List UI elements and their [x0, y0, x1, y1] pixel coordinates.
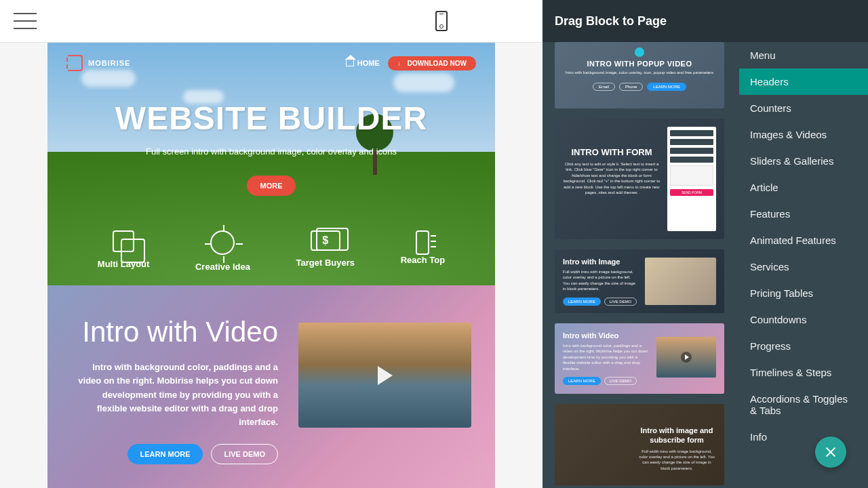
feature-reach-top[interactable]: Reach Top: [401, 230, 446, 272]
hero-subtitle[interactable]: Full screen intro with background image,…: [66, 146, 476, 157]
thumb-intro-popup-video[interactable]: INTRO WITH POPUP VIDEO Intro with backgr…: [555, 42, 724, 108]
badge-icon: [635, 47, 644, 57]
money-icon: [311, 230, 340, 251]
video-thumbnail[interactable]: [298, 323, 471, 428]
category-images-videos[interactable]: Images & Videos: [739, 121, 868, 148]
sun-icon: [210, 230, 235, 255]
play-icon: [378, 366, 393, 385]
hero-title[interactable]: WEBSITE BUILDER: [66, 100, 476, 137]
hamburger-menu-icon[interactable]: [14, 13, 37, 29]
feature-target-buyers[interactable]: Target Buyers: [296, 230, 355, 272]
close-panel-button[interactable]: [815, 436, 846, 468]
download-icon: [397, 60, 404, 66]
thumb-intro-form[interactable]: INTRO WITH FORM Click any text to edit o…: [555, 119, 724, 239]
category-animated-features[interactable]: Animated Features: [739, 227, 868, 253]
form-preview: SEND FORM: [667, 127, 716, 231]
intro-video-block[interactable]: Intro with Video Intro with background c…: [47, 285, 495, 488]
learn-more-button[interactable]: LEARN MORE: [127, 444, 203, 464]
panel-header: Drag Block to Page: [542, 0, 868, 42]
feature-multi-layout[interactable]: Multi Layout: [98, 230, 150, 272]
page-canvas[interactable]: MOBIRISE HOME DOWNLOAD NOW WEBSITE BUILD…: [0, 43, 542, 488]
block-thumbnails-list[interactable]: INTRO WITH POPUP VIDEO Intro with backgr…: [542, 42, 739, 488]
category-info[interactable]: Info: [739, 424, 868, 450]
panel-title: Drag Block to Page: [555, 14, 667, 28]
category-headers[interactable]: Headers: [739, 68, 868, 95]
editor-main: MOBIRISE HOME DOWNLOAD NOW WEBSITE BUILD…: [0, 0, 542, 488]
mobile-device-icon[interactable]: [435, 11, 448, 31]
block2-title[interactable]: Intro with Video: [71, 316, 278, 348]
topbar: [0, 0, 542, 43]
feature-creative-idea[interactable]: Creative Idea: [195, 230, 250, 272]
category-accordions-toggles-tabs[interactable]: Accordions & Toggles & Tabs: [739, 386, 868, 424]
block2-desc[interactable]: Intro with background color, paddings an…: [71, 361, 278, 429]
layout-icon: [113, 230, 134, 252]
play-icon: [681, 352, 692, 363]
brand-text: MOBIRISE: [88, 59, 130, 67]
image-preview: [645, 258, 716, 305]
category-counters[interactable]: Counters: [739, 95, 868, 121]
thumb-intro-image[interactable]: Intro with Image Full width intro with i…: [555, 249, 724, 313]
features-row: Multi Layout Creative Idea Target Buyers…: [47, 230, 495, 272]
category-list[interactable]: MenuHeadersCountersImages & VideosSlider…: [739, 42, 868, 488]
category-article[interactable]: Article: [739, 174, 868, 201]
thumb-intro-image-subscribe[interactable]: Intro with image and subscribe form Full…: [555, 404, 724, 485]
mobirise-logo-icon: [66, 55, 83, 71]
phone-signal-icon: [416, 230, 429, 255]
category-progress[interactable]: Progress: [739, 333, 868, 359]
category-features[interactable]: Features: [739, 201, 868, 227]
download-button[interactable]: DOWNLOAD NOW: [388, 56, 476, 70]
hero-block[interactable]: MOBIRISE HOME DOWNLOAD NOW WEBSITE BUILD…: [47, 43, 495, 285]
home-link[interactable]: HOME: [346, 59, 380, 67]
home-icon: [346, 60, 354, 66]
category-menu[interactable]: Menu: [739, 42, 868, 68]
category-timelines-steps[interactable]: Timelines & Steps: [739, 359, 868, 386]
category-services[interactable]: Services: [739, 253, 868, 280]
video-preview: [656, 337, 716, 378]
category-sliders-galleries[interactable]: Sliders & Galleries: [739, 148, 868, 174]
live-demo-button[interactable]: LIVE DEMO: [211, 444, 278, 464]
category-pricing-tables[interactable]: Pricing Tables: [739, 280, 868, 306]
category-countdowns[interactable]: Countdowns: [739, 306, 868, 333]
more-button[interactable]: MORE: [247, 176, 296, 196]
blocks-panel: Drag Block to Page INTRO WITH POPUP VIDE…: [542, 0, 868, 488]
block-nav: MOBIRISE HOME DOWNLOAD NOW: [66, 55, 476, 71]
thumb-intro-video[interactable]: Intro with Video Intro with background c…: [555, 323, 724, 394]
